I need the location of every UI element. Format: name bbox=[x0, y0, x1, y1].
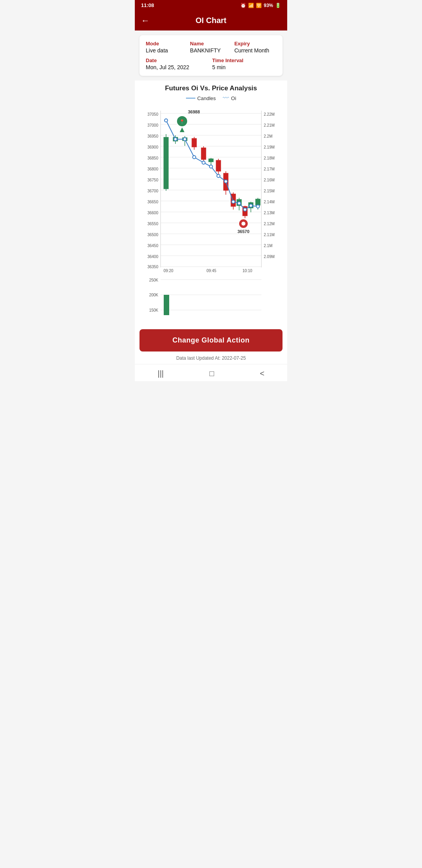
svg-point-74 bbox=[183, 138, 186, 141]
date-field: Date Mon, Jul 25, 2022 bbox=[146, 57, 210, 70]
svg-text:36850: 36850 bbox=[147, 156, 158, 160]
svg-point-73 bbox=[174, 138, 177, 141]
oi-wave-icon: 〰 bbox=[223, 95, 229, 102]
svg-text:2.21M: 2.21M bbox=[264, 123, 275, 127]
svg-marker-86 bbox=[180, 127, 184, 132]
legend-oi: 〰 Oi bbox=[223, 95, 236, 102]
svg-text:09:45: 09:45 bbox=[206, 269, 216, 273]
svg-text:2.19M: 2.19M bbox=[264, 145, 275, 149]
svg-text:📍: 📍 bbox=[179, 119, 185, 124]
nav-bar: ||| □ < bbox=[135, 364, 287, 381]
main-chart-svg: .grid-line { stroke: #e0e0e0; stroke-wid… bbox=[138, 105, 284, 273]
svg-text:2.18M: 2.18M bbox=[264, 156, 275, 160]
info-grid-bottom: Date Mon, Jul 25, 2022 Time Interval 5 m… bbox=[146, 57, 276, 70]
svg-text:36350: 36350 bbox=[147, 265, 158, 269]
svg-point-80 bbox=[232, 200, 235, 203]
name-field: Name BANKNIFTY bbox=[190, 41, 232, 54]
battery-icon: 🔋 bbox=[275, 3, 281, 8]
svg-text:36600: 36600 bbox=[147, 211, 158, 215]
svg-text:2.14M: 2.14M bbox=[264, 200, 275, 204]
page-title: OI Chart bbox=[196, 16, 227, 25]
svg-point-77 bbox=[209, 165, 213, 168]
svg-text:250K: 250K bbox=[149, 278, 159, 282]
svg-text:2.17M: 2.17M bbox=[264, 167, 275, 171]
svg-point-82 bbox=[243, 208, 247, 211]
sim-icon: 📶 bbox=[248, 3, 254, 8]
svg-text:37050: 37050 bbox=[147, 112, 158, 117]
legend-candles-label: Candles bbox=[197, 95, 216, 101]
svg-text:150K: 150K bbox=[149, 308, 159, 312]
app-header: ← OI Chart bbox=[135, 11, 287, 30]
change-global-action-button[interactable]: Change Global Action bbox=[139, 329, 283, 352]
status-bar: 11:08 ⏰ 📶 🛜 93% 🔋 bbox=[135, 0, 287, 11]
svg-text:2.22M: 2.22M bbox=[264, 112, 275, 117]
mode-field: Mode Live data bbox=[146, 41, 188, 54]
svg-text:2.13M: 2.13M bbox=[264, 211, 275, 215]
svg-text:36650: 36650 bbox=[147, 200, 158, 204]
svg-text:200K: 200K bbox=[149, 293, 159, 297]
svg-point-90 bbox=[241, 222, 245, 226]
mode-label: Mode bbox=[146, 41, 188, 47]
svg-text:36700: 36700 bbox=[147, 189, 158, 193]
expiry-label: Expiry bbox=[234, 41, 276, 47]
name-label: Name bbox=[190, 41, 232, 47]
volume-chart-container: 250K 200K 150K bbox=[135, 274, 287, 325]
svg-text:36950: 36950 bbox=[147, 134, 158, 138]
svg-text:2.11M: 2.11M bbox=[264, 233, 275, 237]
expiry-value: Current Month bbox=[234, 47, 276, 54]
wifi-icon: 🛜 bbox=[256, 3, 262, 8]
bottom-button-wrap: Change Global Action bbox=[135, 325, 287, 353]
svg-text:36550: 36550 bbox=[147, 222, 158, 226]
name-value: BANKNIFTY bbox=[190, 47, 232, 54]
main-chart-container[interactable]: .grid-line { stroke: #e0e0e0; stroke-wid… bbox=[135, 105, 287, 274]
svg-text:36988: 36988 bbox=[188, 109, 200, 114]
svg-point-72 bbox=[165, 119, 168, 122]
legend-oi-label: Oi bbox=[231, 95, 236, 101]
volume-chart-svg: 250K 200K 150K bbox=[138, 274, 284, 325]
svg-text:36800: 36800 bbox=[147, 167, 158, 171]
back-button[interactable]: ← bbox=[141, 16, 150, 26]
legend-candles: Candles bbox=[186, 95, 216, 101]
time-interval-field: Time Interval 5 min bbox=[212, 57, 276, 70]
svg-rect-47 bbox=[164, 137, 168, 189]
svg-rect-59 bbox=[216, 160, 221, 171]
nav-menu-icon[interactable]: ||| bbox=[157, 369, 164, 378]
svg-text:2.1M: 2.1M bbox=[264, 244, 272, 248]
battery-text: 93% bbox=[264, 3, 273, 8]
chart-section: Futures Oi Vs. Price Analysis Candles 〰 … bbox=[135, 81, 287, 325]
time-interval-value: 5 min bbox=[212, 64, 276, 70]
svg-text:36570: 36570 bbox=[238, 229, 250, 234]
svg-point-84 bbox=[256, 205, 259, 208]
data-updated-text: Data last Updated At: 2022-07-25 bbox=[135, 353, 287, 364]
candles-line-icon bbox=[186, 98, 195, 99]
status-time: 11:08 bbox=[141, 2, 154, 8]
svg-text:36750: 36750 bbox=[147, 178, 158, 182]
svg-text:2.15M: 2.15M bbox=[264, 189, 275, 193]
svg-text:2.09M: 2.09M bbox=[264, 255, 275, 259]
svg-text:36500: 36500 bbox=[147, 233, 158, 237]
svg-rect-55 bbox=[201, 148, 206, 160]
svg-text:36450: 36450 bbox=[147, 244, 158, 248]
svg-point-83 bbox=[249, 204, 252, 207]
time-interval-label: Time Interval bbox=[212, 57, 276, 63]
info-grid-top: Mode Live data Name BANKNIFTY Expiry Cur… bbox=[146, 41, 276, 54]
svg-text:2.12M: 2.12M bbox=[264, 222, 275, 226]
date-label: Date bbox=[146, 57, 210, 63]
svg-point-78 bbox=[217, 174, 220, 178]
expiry-field: Expiry Current Month bbox=[234, 41, 276, 54]
chart-title: Futures Oi Vs. Price Analysis bbox=[135, 84, 287, 92]
svg-text:36400: 36400 bbox=[147, 255, 158, 259]
nav-home-icon[interactable]: □ bbox=[209, 369, 214, 378]
nav-back-icon[interactable]: < bbox=[260, 369, 265, 378]
svg-text:10:10: 10:10 bbox=[242, 269, 252, 273]
svg-text:36900: 36900 bbox=[147, 145, 158, 149]
alarm-icon: ⏰ bbox=[240, 3, 246, 8]
svg-rect-101 bbox=[164, 295, 169, 315]
svg-text:2.2M: 2.2M bbox=[264, 134, 272, 138]
svg-point-76 bbox=[202, 161, 205, 164]
svg-text:2.16M: 2.16M bbox=[264, 178, 275, 182]
info-card: Mode Live data Name BANKNIFTY Expiry Cur… bbox=[139, 35, 283, 76]
svg-text:37000: 37000 bbox=[147, 123, 158, 127]
status-icons: ⏰ 📶 🛜 93% 🔋 bbox=[240, 3, 281, 8]
date-value: Mon, Jul 25, 2022 bbox=[146, 64, 210, 70]
